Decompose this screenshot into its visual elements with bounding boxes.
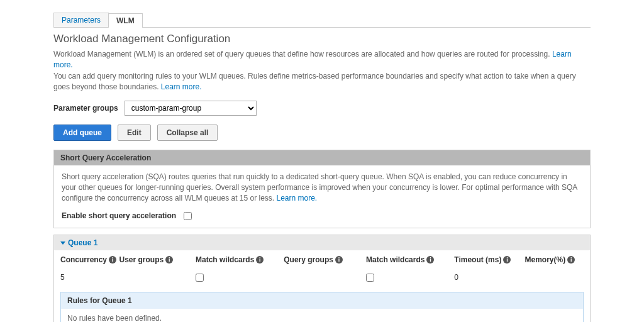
col-memory: Memory(%) — [525, 255, 566, 264]
tab-wlm[interactable]: WLM — [108, 13, 143, 28]
cell-timeout: 0 — [454, 273, 458, 282]
enable-sqa-checkbox[interactable] — [184, 212, 192, 220]
sqa-panel-header: Short Query Acceleration — [54, 150, 590, 165]
learn-more-link-2[interactable]: Learn more. — [161, 82, 202, 91]
info-icon[interactable]: i — [109, 256, 116, 264]
info-icon[interactable]: i — [426, 256, 434, 264]
info-icon[interactable]: i — [567, 256, 575, 264]
rules-empty-text: No rules have been defined. — [61, 309, 583, 322]
col-match-wildcards-1: Match wildcards — [196, 255, 254, 264]
page-title: Workload Management Configuration — [53, 33, 591, 45]
rules-title: Rules for Queue 1 — [61, 292, 583, 309]
queue-header[interactable]: Queue 1 — [54, 235, 590, 250]
add-queue-button[interactable]: Add queue — [53, 125, 111, 141]
tab-bar: Parameters WLM — [53, 13, 591, 28]
col-concurrency: Concurrency — [60, 255, 107, 264]
queue-name: Queue 1 — [68, 238, 97, 247]
caret-down-icon — [60, 242, 65, 245]
rules-box: Rules for Queue 1 No rules have been def… — [60, 292, 584, 322]
match-wildcards-2-checkbox[interactable] — [366, 274, 374, 282]
col-match-wildcards-2: Match wildcards — [366, 255, 425, 264]
edit-button[interactable]: Edit — [118, 125, 151, 141]
info-icon[interactable]: i — [335, 256, 343, 264]
param-group-label: Parameter groups — [53, 104, 118, 113]
param-group-row: Parameter groups custom-param-group — [53, 101, 591, 116]
queue-column-headers: Concurrency i User groups i Match wildca… — [54, 250, 590, 269]
sqa-panel: Short Query Acceleration Short query acc… — [53, 150, 591, 229]
info-icon[interactable]: i — [503, 256, 511, 264]
col-user-groups: User groups — [119, 255, 164, 264]
tab-parameters[interactable]: Parameters — [53, 13, 109, 27]
param-group-select[interactable]: custom-param-group — [125, 101, 257, 116]
sqa-panel-body: Short query acceleration (SQA) routes qu… — [54, 165, 590, 228]
cell-concurrency: 5 — [60, 273, 65, 282]
enable-sqa-label: Enable short query acceleration — [62, 211, 176, 221]
desc-line-2: You can add query monitoring rules to yo… — [53, 72, 576, 91]
sqa-learn-more-link[interactable]: Learn more. — [277, 194, 318, 203]
action-buttons: Add queue Edit Collapse all — [53, 125, 591, 141]
description: Workload Management (WLM) is an ordered … — [53, 49, 591, 93]
sqa-desc: Short query acceleration (SQA) routes qu… — [62, 172, 577, 203]
info-icon[interactable]: i — [165, 256, 173, 264]
col-timeout: Timeout (ms) — [454, 255, 501, 264]
col-query-groups: Query groups — [284, 255, 333, 264]
queue-panel: Queue 1 Concurrency i User groups i Matc… — [53, 235, 591, 322]
match-wildcards-1-checkbox[interactable] — [196, 274, 204, 282]
queue-data-row: 5 0 — [54, 269, 590, 288]
info-icon[interactable]: i — [256, 256, 264, 264]
desc-line-1: Workload Management (WLM) is an ordered … — [53, 50, 552, 58]
collapse-all-button[interactable]: Collapse all — [157, 125, 218, 141]
